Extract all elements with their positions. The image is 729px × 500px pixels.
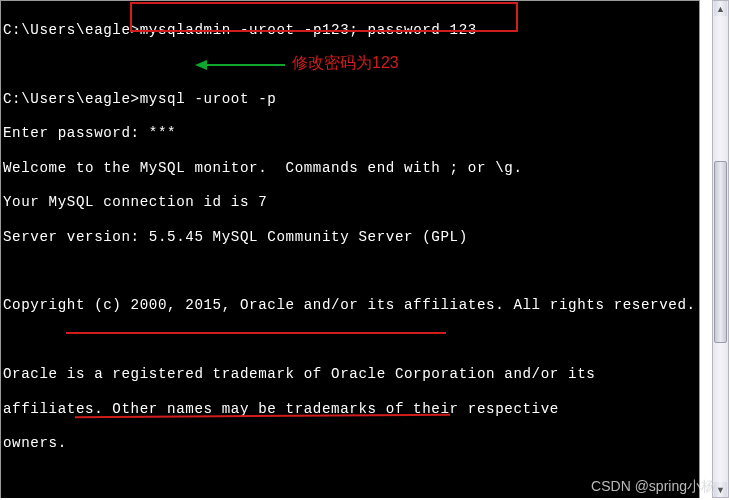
cmd-mysqladmin: mysqladmin -uroot -p123; password 123 xyxy=(140,22,477,38)
enter-password-label: Enter password: xyxy=(3,125,149,141)
arrow-green-head xyxy=(195,60,207,70)
watermark: CSDN @spring小杨 xyxy=(591,478,715,496)
scroll-up-arrow-icon[interactable]: ▲ xyxy=(714,1,727,16)
underline-query xyxy=(66,332,446,334)
annotation-change-password: 修改密码为123 xyxy=(292,53,399,74)
copyright-line: Copyright (c) 2000, 2015, Oracle and/or … xyxy=(3,297,696,313)
trademark-line-1: Oracle is a registered trademark of Orac… xyxy=(3,366,595,382)
prompt: C:\Users\eagle> xyxy=(3,22,140,38)
scroll-down-arrow-icon[interactable]: ▼ xyxy=(714,482,727,497)
arrow-green xyxy=(205,64,285,66)
welcome-line-1: Welcome to the MySQL monitor. Commands e… xyxy=(3,160,523,176)
scrollbar-thumb[interactable] xyxy=(714,161,727,343)
cmd-mysql-login: mysql -uroot -p xyxy=(140,91,277,107)
vertical-scrollbar[interactable]: ▲ ▼ xyxy=(712,0,729,498)
welcome-line-2: Your MySQL connection id is 7 xyxy=(3,194,267,210)
terminal-window[interactable]: C:\Users\eagle>mysqladmin -uroot -p123; … xyxy=(0,0,700,498)
prompt: C:\Users\eagle> xyxy=(3,91,140,107)
trademark-line-3: owners. xyxy=(3,435,67,451)
password-mask: *** xyxy=(149,125,176,141)
welcome-line-3: Server version: 5.5.45 MySQL Community S… xyxy=(3,229,468,245)
